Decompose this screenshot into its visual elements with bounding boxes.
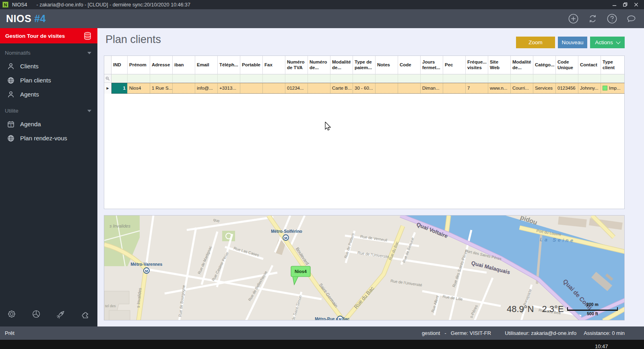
map-latitude: 48.9°N (507, 304, 534, 314)
filter-cell-t-l-ph[interactable] (218, 74, 240, 83)
nouveau-button[interactable]: Nouveau (558, 37, 587, 48)
sidebar-item-clients[interactable]: Clients (0, 59, 97, 73)
sidebar-item-label: Clients (20, 63, 39, 70)
row-selector[interactable]: ▶ (104, 83, 111, 94)
column-header-type-client[interactable]: Type client (601, 56, 625, 74)
chat-icon[interactable] (625, 13, 637, 25)
column-header-code[interactable]: Code (398, 56, 421, 74)
map[interactable]: s InvalidesMétro-VarennesqueRue Las Case… (104, 215, 625, 320)
zoom-button[interactable]: Zoom (516, 37, 555, 48)
filter-cell-pec[interactable] (443, 74, 466, 83)
filter-cell-code-unique[interactable] (556, 74, 578, 83)
actions-button[interactable]: Actions (590, 37, 625, 48)
pie-icon[interactable] (31, 309, 41, 320)
column-header-contact[interactable]: Contact (578, 56, 601, 74)
filter-cell-fax[interactable] (263, 74, 285, 83)
cell-portable (240, 83, 263, 94)
sync-icon[interactable] (587, 13, 599, 25)
cell-site-web: www.n... (488, 83, 511, 94)
title-text: - zakaria@d-one.info - [CLOUD] - dernièr… (37, 2, 190, 8)
brand-text: NIOS (6, 13, 31, 24)
action-buttons: Zoom Nouveau Actions (516, 37, 625, 48)
column-header-modalit-de[interactable]: Modalité de... (511, 56, 533, 74)
column-header-site-web[interactable]: Site Web (488, 56, 511, 74)
table-row[interactable]: ▶1Nios41 Rue S...info@...+3313...01234..… (104, 83, 624, 94)
column-header-t-l-ph[interactable]: Téléph... (218, 56, 240, 74)
column-header-pec[interactable]: Pec (443, 56, 466, 74)
column-header-cat-go[interactable]: Catégo... (533, 56, 556, 74)
column-header-fax[interactable]: Fax (263, 56, 285, 74)
page-title: Plan clients (105, 33, 161, 46)
column-header-pr-nom[interactable]: Prénom (128, 56, 150, 74)
filter-cell-jours-fermet[interactable] (421, 74, 443, 83)
column-header-type-de-paiem[interactable]: Type de paiem... (353, 56, 376, 74)
sidebar-item-plan-rendez-vous[interactable]: Plan rendez-vous (0, 131, 97, 145)
cell-num-ro-de-tva: 01234... (285, 83, 308, 94)
restore-button[interactable] (623, 2, 627, 7)
filter-cell-type-de-paiem[interactable] (353, 74, 376, 83)
filter-cell-num-ro-de-tva[interactable] (285, 74, 308, 83)
column-header-code-unique[interactable]: Code Unique (556, 56, 578, 74)
filter-cell-fr-que-visites[interactable] (466, 74, 488, 83)
sidebar-section-utilite[interactable]: Utilite (0, 101, 97, 117)
app-icon: N (2, 2, 8, 8)
scale-metric: 200 m (567, 302, 618, 307)
filter-cell-ind[interactable] (111, 74, 128, 83)
filter-cell-type-client[interactable] (601, 74, 625, 83)
column-header-email[interactable]: Email (195, 56, 218, 74)
gear-icon[interactable] (7, 309, 17, 320)
column-header-iban[interactable]: iban (173, 56, 195, 74)
filter-cell-code[interactable] (398, 74, 421, 83)
filter-cell-portable[interactable] (240, 74, 263, 83)
column-header-notes[interactable]: Notes (376, 56, 398, 74)
plus-icon[interactable] (568, 13, 579, 25)
metro-icon-letter: M (339, 317, 342, 321)
title-app-name: NIOS4 (12, 2, 27, 8)
map-coordinates: 48.9°N 2.3°E (507, 304, 564, 314)
sidebar-item-agents[interactable]: Agents (0, 87, 97, 101)
sidebar-banner[interactable]: Gestion Tour de visites (0, 28, 97, 43)
sidebar-banner-label: Gestion Tour de visites (5, 33, 65, 39)
cell-fr-que-visites: 7 (466, 83, 488, 94)
filter-cell-notes[interactable] (376, 74, 398, 83)
rocket-icon[interactable] (56, 309, 66, 320)
filter-cell-site-web[interactable] (488, 74, 511, 83)
column-header-ind[interactable]: IND (111, 56, 128, 74)
sidebar-section-label: Utilite (5, 108, 19, 114)
filter-cell-iban[interactable] (173, 74, 195, 83)
cell-type-client: Imp... (601, 83, 625, 94)
filter-cell-cat-go[interactable] (533, 74, 556, 83)
chevron-down-icon (87, 110, 91, 112)
sidebar-nav: NominatifsClientsPlan clientsAgentsUtili… (0, 43, 97, 145)
column-header-adresse[interactable]: Adresse (150, 56, 173, 74)
filter-cell-modalit-de[interactable] (511, 74, 533, 83)
help-icon[interactable] (606, 13, 618, 25)
column-header-modalit-de[interactable]: Modalité de... (330, 56, 353, 74)
close-button[interactable] (634, 2, 638, 7)
table-filter-row (104, 74, 624, 83)
filter-cell-num-ro-de[interactable] (308, 74, 330, 83)
column-header-fr-que-visites[interactable]: Fréque... visites (466, 56, 488, 74)
column-header-portable[interactable]: Portable (240, 56, 263, 74)
column-header-num-ro-de-tva[interactable]: Numéro de TVA (285, 56, 308, 74)
status-separator: - (444, 330, 446, 336)
filter-cell-modalit-de[interactable] (330, 74, 353, 83)
column-header-num-ro-de[interactable]: Numéro de... (308, 56, 330, 74)
brand-logo: NIOS#4 (6, 13, 46, 25)
filter-cell-contact[interactable] (578, 74, 601, 83)
taskbar-clock: 10:47 (595, 343, 608, 349)
person-icon (7, 62, 15, 70)
column-header-jours-fermet[interactable]: Jours fermet... (421, 56, 443, 74)
filter-cell-email[interactable] (195, 74, 218, 83)
filter-cell-pr-nom[interactable] (128, 74, 150, 83)
svg-text:1: 1 (10, 124, 12, 127)
filter-cell-adresse[interactable] (150, 74, 173, 83)
sidebar-item-plan-clients[interactable]: Plan clients (0, 73, 97, 87)
status-right: gestiont - Germe: VISIT-FR Utilisateur: … (422, 330, 639, 336)
minimize-button[interactable] (612, 2, 617, 7)
status-germe: Germe: VISIT-FR (451, 330, 491, 336)
cell-contact: Johnny... (578, 83, 601, 94)
sidebar-item-agenda[interactable]: 1Agenda (0, 117, 97, 131)
puzzle-icon[interactable] (81, 309, 91, 320)
sidebar-section-nominatifs[interactable]: Nominatifs (0, 43, 97, 59)
